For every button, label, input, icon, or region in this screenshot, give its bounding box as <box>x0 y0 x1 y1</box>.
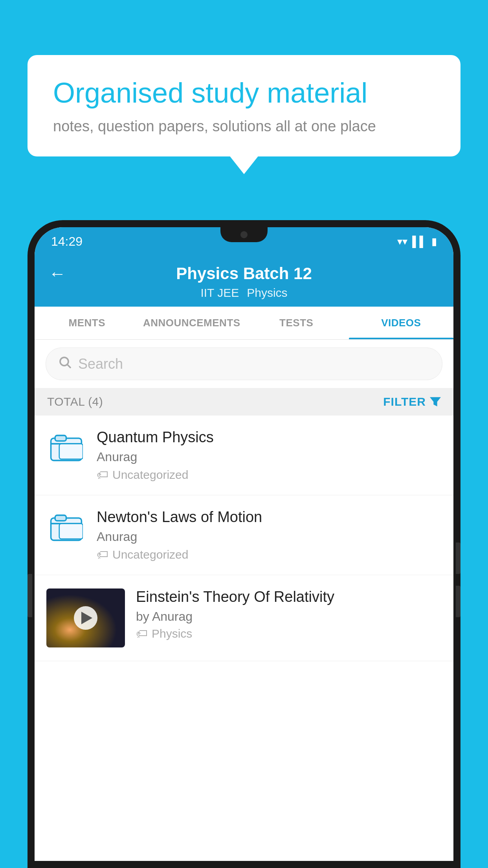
filter-bar: TOTAL (4) FILTER <box>35 388 453 416</box>
video-info: Quantum Physics Anurag 🏷 Uncategorized <box>97 429 442 482</box>
tab-tests[interactable]: TESTS <box>244 307 349 339</box>
svg-line-1 <box>68 365 71 368</box>
tab-videos[interactable]: VIDEOS <box>349 307 454 339</box>
side-button-volume <box>28 574 32 617</box>
video-author: Anurag <box>97 450 442 464</box>
svg-rect-8 <box>59 523 83 539</box>
folder-icon-2 <box>50 511 83 546</box>
video-info-2: Newton's Laws of Motion Anurag 🏷 Uncateg… <box>97 509 442 561</box>
back-button[interactable]: ← <box>49 264 66 283</box>
status-icons: ▾▾ ▌▌ ▮ <box>397 235 437 248</box>
phone-screen: 14:29 ▾▾ ▌▌ ▮ ← Physics Batch 12 IIT JEE… <box>35 227 453 861</box>
status-time: 14:29 <box>51 234 83 249</box>
header-subject: Physics <box>247 286 287 300</box>
phone-notch <box>220 227 268 242</box>
video-author-2: Anurag <box>97 530 442 544</box>
filter-button[interactable]: FILTER <box>383 395 441 408</box>
speech-bubble-container: Organised study material notes, question… <box>28 55 460 156</box>
tag-icon-3: 🏷 <box>136 627 148 640</box>
tag-icon: 🏷 <box>97 468 108 482</box>
side-button-bixby <box>456 586 460 617</box>
video-tag-2: 🏷 Uncategorized <box>97 548 442 561</box>
tag-icon-2: 🏷 <box>97 548 108 561</box>
search-container: Search <box>35 340 453 388</box>
play-button[interactable] <box>74 606 97 630</box>
play-triangle-icon <box>81 612 92 624</box>
header-title: Physics Batch 12 <box>176 264 312 283</box>
video-title-2: Newton's Laws of Motion <box>97 509 442 526</box>
svg-rect-7 <box>55 515 66 520</box>
side-button-power <box>456 542 460 574</box>
app-header: ← Physics Batch 12 IIT JEE Physics <box>35 256 453 307</box>
signal-icon: ▌▌ <box>412 235 427 248</box>
tab-ments[interactable]: MENTS <box>35 307 139 339</box>
svg-marker-2 <box>430 397 441 406</box>
svg-point-0 <box>60 357 68 366</box>
folder-icon <box>50 431 83 466</box>
video-item-einstein[interactable]: Einstein's Theory Of Relativity by Anura… <box>35 575 453 661</box>
tab-bar: MENTS ANNOUNCEMENTS TESTS VIDEOS <box>35 307 453 340</box>
video-title-3: Einstein's Theory Of Relativity <box>136 588 442 605</box>
search-bar[interactable]: Search <box>46 348 442 380</box>
header-top: ← Physics Batch 12 <box>49 264 439 283</box>
svg-rect-4 <box>55 435 66 441</box>
total-count: TOTAL (4) <box>47 395 103 408</box>
video-tag-3: 🏷 Physics <box>136 627 442 640</box>
video-info-3: Einstein's Theory Of Relativity by Anura… <box>136 588 442 640</box>
front-camera <box>240 231 248 238</box>
video-tag: 🏷 Uncategorized <box>97 468 442 482</box>
video-author-3: by Anurag <box>136 609 442 624</box>
video-list: Quantum Physics Anurag 🏷 Uncategorized <box>35 416 453 861</box>
bubble-title: Organised study material <box>53 77 435 109</box>
header-category: IIT JEE <box>200 286 239 300</box>
folder-icon-container-2 <box>46 509 86 548</box>
speech-bubble: Organised study material notes, question… <box>28 55 460 156</box>
video-item-newtons-laws[interactable]: Newton's Laws of Motion Anurag 🏷 Uncateg… <box>35 495 453 575</box>
phone-device: 14:29 ▾▾ ▌▌ ▮ ← Physics Batch 12 IIT JEE… <box>28 220 460 868</box>
folder-icon-container <box>46 429 86 468</box>
search-placeholder: Search <box>78 356 123 372</box>
video-thumbnail <box>46 588 125 647</box>
video-title: Quantum Physics <box>97 429 442 446</box>
search-icon <box>58 355 72 373</box>
tab-announcements[interactable]: ANNOUNCEMENTS <box>139 307 244 339</box>
battery-icon: ▮ <box>431 235 437 248</box>
wifi-icon: ▾▾ <box>397 235 407 248</box>
svg-rect-5 <box>59 443 83 459</box>
header-subtitle: IIT JEE Physics <box>49 286 439 300</box>
bubble-subtitle: notes, question papers, solutions all at… <box>53 118 435 135</box>
video-item-quantum-physics[interactable]: Quantum Physics Anurag 🏷 Uncategorized <box>35 416 453 495</box>
